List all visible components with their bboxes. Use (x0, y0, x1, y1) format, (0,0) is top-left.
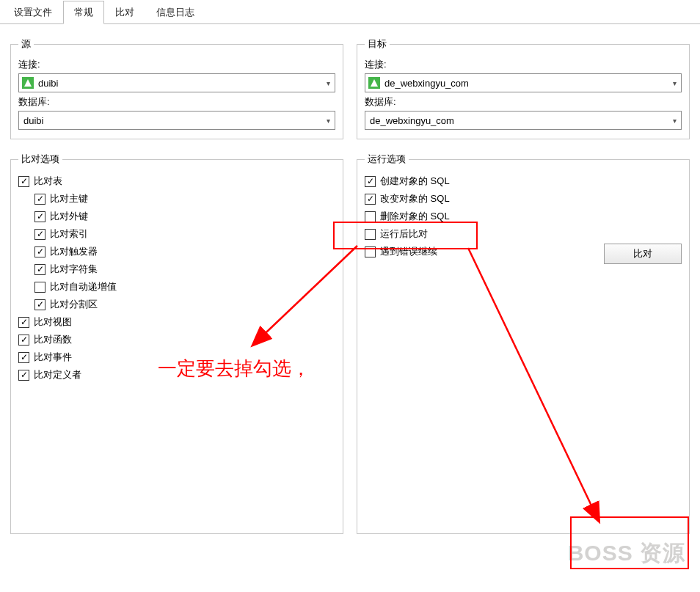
source-db-label: 数据库: (18, 95, 335, 109)
checkbox-cmp-fk[interactable] (34, 211, 45, 222)
source-group: 源 连接: duibi ▾ 数据库: duibi ▾ (10, 37, 343, 139)
tab-settings-file[interactable]: 设置文件 (3, 1, 63, 24)
source-legend: 源 (18, 37, 34, 51)
target-conn-combo[interactable]: de_webxingyu_com ▾ (365, 73, 682, 92)
source-db-value: duibi (22, 115, 321, 126)
tab-general[interactable]: 常规 (63, 1, 104, 24)
tab-compare[interactable]: 比对 (104, 1, 145, 24)
checkbox-cmp-autoinc[interactable] (34, 282, 45, 293)
db-icon (368, 77, 380, 89)
compare-options-legend: 比对选项 (18, 153, 62, 166)
checkbox-label: 遇到错误继续 (380, 245, 437, 258)
tabs-bar: 设置文件 常规 比对 信息日志 (0, 0, 700, 24)
target-conn-value: de_webxingyu_com (383, 78, 668, 89)
checkbox-cmp-idx[interactable] (34, 229, 45, 240)
checkbox-cmp-func[interactable] (18, 335, 29, 346)
checkbox-label: 创建对象的 SQL (380, 175, 450, 188)
checkbox-label: 比对字符集 (50, 263, 98, 276)
target-legend: 目标 (365, 37, 390, 51)
checkbox-cmp-pk[interactable] (34, 194, 45, 205)
checkbox-cmp-trig[interactable] (34, 246, 45, 257)
source-conn-combo[interactable]: duibi ▾ (18, 73, 335, 92)
checkbox-cmp-view[interactable] (18, 317, 29, 328)
checkbox-run-after[interactable] (365, 229, 376, 240)
chevron-down-icon: ▾ (321, 112, 335, 129)
checkbox-cmp-partition[interactable] (34, 299, 45, 310)
chevron-down-icon: ▾ (668, 74, 681, 92)
run-options-group: 运行选项 创建对象的 SQL 改变对象的 SQL 删除对象的 SQL 运行后比对… (357, 153, 690, 534)
checkbox-run-alter[interactable] (365, 194, 376, 205)
checkbox-label: 比对外键 (50, 210, 88, 223)
tab-log[interactable]: 信息日志 (145, 1, 205, 24)
checkbox-run-create[interactable] (365, 176, 376, 187)
checkbox-label: 比对视图 (34, 315, 72, 329)
checkbox-run-drop[interactable] (365, 211, 376, 222)
chevron-down-icon: ▾ (321, 74, 335, 92)
chevron-down-icon: ▾ (668, 112, 681, 129)
target-conn-label: 连接: (365, 58, 682, 71)
checkbox-label: 删除对象的 SQL (380, 210, 450, 223)
checkbox-label: 比对主键 (50, 192, 88, 205)
source-db-combo[interactable]: duibi ▾ (18, 111, 335, 130)
db-icon (22, 77, 34, 89)
compare-options-group: 比对选项 比对表 比对主键 比对外键 比对索引 比对触发器 比对字符集 比对自动… (10, 153, 343, 534)
target-group: 目标 连接: de_webxingyu_com ▾ 数据库: de_webxin… (357, 37, 690, 139)
checkbox-label: 比对定义者 (34, 368, 81, 381)
checkbox-cmp-charset[interactable] (34, 264, 45, 275)
target-db-label: 数据库: (365, 95, 682, 109)
source-conn-value: duibi (37, 78, 321, 89)
checkbox-label: 比对表 (34, 175, 62, 188)
target-db-combo[interactable]: de_webxingyu_com ▾ (365, 111, 682, 130)
checkbox-label: 比对触发器 (50, 245, 98, 258)
checkbox-label: 比对事件 (34, 351, 72, 364)
checkbox-label: 比对索引 (50, 227, 88, 241)
checkbox-label: 改变对象的 SQL (380, 192, 450, 205)
checkbox-cmp-event[interactable] (18, 352, 29, 363)
checkbox-run-continue[interactable] (365, 246, 376, 257)
run-options-legend: 运行选项 (365, 153, 409, 166)
compare-button[interactable]: 比对 (604, 244, 682, 264)
checkbox-label: 运行后比对 (380, 227, 428, 241)
source-conn-label: 连接: (18, 58, 335, 71)
checkbox-label: 比对函数 (34, 333, 72, 346)
checkbox-label: 比对分割区 (50, 298, 98, 311)
target-db-value: de_webxingyu_com (368, 115, 668, 126)
checkbox-cmp-definer[interactable] (18, 370, 29, 381)
checkbox-cmp-table[interactable] (18, 176, 29, 187)
checkbox-label: 比对自动递增值 (50, 280, 117, 293)
